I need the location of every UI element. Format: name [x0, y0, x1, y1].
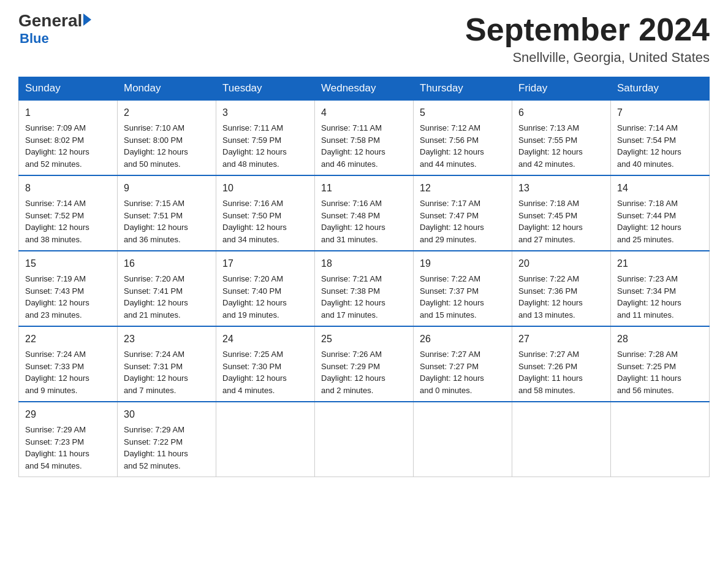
calendar-cell: 19Sunrise: 7:22 AMSunset: 7:37 PMDayligh…	[414, 251, 512, 326]
day-number: 2	[124, 105, 210, 120]
calendar-cell: 15Sunrise: 7:19 AMSunset: 7:43 PMDayligh…	[19, 251, 118, 326]
day-number: 7	[617, 105, 703, 120]
day-info: Sunrise: 7:13 AMSunset: 7:55 PMDaylight:…	[518, 122, 604, 170]
title-area: September 2024 Snellville, Georgia, Unit…	[465, 12, 710, 66]
day-info: Sunrise: 7:29 AMSunset: 7:22 PMDaylight:…	[124, 424, 210, 472]
day-info: Sunrise: 7:20 AMSunset: 7:40 PMDaylight:…	[222, 273, 308, 321]
day-number: 8	[25, 181, 111, 196]
day-number: 22	[25, 332, 111, 347]
logo-blue: Blue	[20, 31, 49, 47]
day-info: Sunrise: 7:29 AMSunset: 7:23 PMDaylight:…	[25, 424, 111, 472]
day-number: 6	[518, 105, 604, 120]
day-info: Sunrise: 7:10 AMSunset: 8:00 PMDaylight:…	[124, 122, 210, 170]
calendar-cell: 1Sunrise: 7:09 AMSunset: 8:02 PMDaylight…	[19, 100, 118, 175]
day-number: 30	[124, 407, 210, 422]
day-number: 29	[25, 407, 111, 422]
day-number: 26	[420, 332, 506, 347]
calendar-cell: 8Sunrise: 7:14 AMSunset: 7:52 PMDaylight…	[19, 175, 118, 251]
day-info: Sunrise: 7:16 AMSunset: 7:48 PMDaylight:…	[321, 197, 407, 245]
week-row: 22Sunrise: 7:24 AMSunset: 7:33 PMDayligh…	[19, 326, 710, 402]
calendar-cell: 30Sunrise: 7:29 AMSunset: 7:22 PMDayligh…	[118, 402, 216, 477]
day-info: Sunrise: 7:11 AMSunset: 7:59 PMDaylight:…	[222, 122, 308, 170]
calendar-cell: 7Sunrise: 7:14 AMSunset: 7:54 PMDaylight…	[611, 100, 710, 175]
day-info: Sunrise: 7:12 AMSunset: 7:56 PMDaylight:…	[420, 122, 506, 170]
day-number: 10	[222, 181, 308, 196]
calendar-cell	[414, 402, 512, 477]
day-info: Sunrise: 7:24 AMSunset: 7:33 PMDaylight:…	[25, 348, 111, 396]
logo-triangle-icon	[83, 13, 91, 26]
day-number: 4	[321, 105, 407, 120]
calendar-cell: 26Sunrise: 7:27 AMSunset: 7:27 PMDayligh…	[414, 326, 512, 402]
day-info: Sunrise: 7:27 AMSunset: 7:26 PMDaylight:…	[518, 348, 604, 396]
calendar-cell: 17Sunrise: 7:20 AMSunset: 7:40 PMDayligh…	[216, 251, 315, 326]
day-number: 5	[420, 105, 506, 120]
day-info: Sunrise: 7:15 AMSunset: 7:51 PMDaylight:…	[124, 197, 210, 245]
calendar-cell: 5Sunrise: 7:12 AMSunset: 7:56 PMDaylight…	[414, 100, 512, 175]
calendar-cell	[611, 402, 710, 477]
day-number: 25	[321, 332, 407, 347]
weekday-header-sunday: Sunday	[19, 77, 118, 101]
weekday-header-tuesday: Tuesday	[216, 77, 315, 101]
day-info: Sunrise: 7:25 AMSunset: 7:30 PMDaylight:…	[222, 348, 308, 396]
day-info: Sunrise: 7:19 AMSunset: 7:43 PMDaylight:…	[25, 273, 111, 321]
day-number: 20	[518, 256, 604, 271]
day-info: Sunrise: 7:27 AMSunset: 7:27 PMDaylight:…	[420, 348, 506, 396]
day-info: Sunrise: 7:14 AMSunset: 7:52 PMDaylight:…	[25, 197, 111, 245]
weekday-header-thursday: Thursday	[414, 77, 512, 101]
day-info: Sunrise: 7:18 AMSunset: 7:45 PMDaylight:…	[518, 197, 604, 245]
calendar-cell: 11Sunrise: 7:16 AMSunset: 7:48 PMDayligh…	[315, 175, 414, 251]
week-row: 8Sunrise: 7:14 AMSunset: 7:52 PMDaylight…	[19, 175, 710, 251]
week-row: 29Sunrise: 7:29 AMSunset: 7:23 PMDayligh…	[19, 402, 710, 477]
day-number: 19	[420, 256, 506, 271]
calendar-cell: 23Sunrise: 7:24 AMSunset: 7:31 PMDayligh…	[118, 326, 216, 402]
day-number: 15	[25, 256, 111, 271]
day-number: 23	[124, 332, 210, 347]
calendar-cell	[512, 402, 611, 477]
day-info: Sunrise: 7:18 AMSunset: 7:44 PMDaylight:…	[617, 197, 703, 245]
day-info: Sunrise: 7:20 AMSunset: 7:41 PMDaylight:…	[124, 273, 210, 321]
day-number: 28	[617, 332, 703, 347]
day-number: 21	[617, 256, 703, 271]
day-info: Sunrise: 7:14 AMSunset: 7:54 PMDaylight:…	[617, 122, 703, 170]
day-number: 9	[124, 181, 210, 196]
day-info: Sunrise: 7:24 AMSunset: 7:31 PMDaylight:…	[124, 348, 210, 396]
week-row: 1Sunrise: 7:09 AMSunset: 8:02 PMDaylight…	[19, 100, 710, 175]
page-header: General Blue September 2024 Snellville, …	[18, 12, 710, 66]
day-number: 14	[617, 181, 703, 196]
calendar-cell: 2Sunrise: 7:10 AMSunset: 8:00 PMDaylight…	[118, 100, 216, 175]
day-info: Sunrise: 7:21 AMSunset: 7:38 PMDaylight:…	[321, 273, 407, 321]
calendar-cell: 21Sunrise: 7:23 AMSunset: 7:34 PMDayligh…	[611, 251, 710, 326]
calendar-cell: 29Sunrise: 7:29 AMSunset: 7:23 PMDayligh…	[19, 402, 118, 477]
day-number: 13	[518, 181, 604, 196]
calendar-header-row: SundayMondayTuesdayWednesdayThursdayFrid…	[19, 77, 710, 101]
day-info: Sunrise: 7:17 AMSunset: 7:47 PMDaylight:…	[420, 197, 506, 245]
day-number: 27	[518, 332, 604, 347]
day-info: Sunrise: 7:11 AMSunset: 7:58 PMDaylight:…	[321, 122, 407, 170]
logo-general: General	[18, 12, 82, 29]
calendar-cell	[216, 402, 315, 477]
day-number: 16	[124, 256, 210, 271]
week-row: 15Sunrise: 7:19 AMSunset: 7:43 PMDayligh…	[19, 251, 710, 326]
day-info: Sunrise: 7:26 AMSunset: 7:29 PMDaylight:…	[321, 348, 407, 396]
day-number: 1	[25, 105, 111, 120]
calendar-cell: 24Sunrise: 7:25 AMSunset: 7:30 PMDayligh…	[216, 326, 315, 402]
calendar-table: SundayMondayTuesdayWednesdayThursdayFrid…	[18, 77, 710, 477]
weekday-header-saturday: Saturday	[611, 77, 710, 101]
calendar-cell: 20Sunrise: 7:22 AMSunset: 7:36 PMDayligh…	[512, 251, 611, 326]
day-info: Sunrise: 7:16 AMSunset: 7:50 PMDaylight:…	[222, 197, 308, 245]
calendar-cell: 25Sunrise: 7:26 AMSunset: 7:29 PMDayligh…	[315, 326, 414, 402]
day-number: 11	[321, 181, 407, 196]
day-info: Sunrise: 7:22 AMSunset: 7:37 PMDaylight:…	[420, 273, 506, 321]
day-number: 17	[222, 256, 308, 271]
day-number: 24	[222, 332, 308, 347]
calendar-cell: 13Sunrise: 7:18 AMSunset: 7:45 PMDayligh…	[512, 175, 611, 251]
day-number: 18	[321, 256, 407, 271]
day-info: Sunrise: 7:23 AMSunset: 7:34 PMDaylight:…	[617, 273, 703, 321]
day-number: 12	[420, 181, 506, 196]
weekday-header-friday: Friday	[512, 77, 611, 101]
calendar-cell: 14Sunrise: 7:18 AMSunset: 7:44 PMDayligh…	[611, 175, 710, 251]
calendar-cell: 18Sunrise: 7:21 AMSunset: 7:38 PMDayligh…	[315, 251, 414, 326]
logo: General Blue	[18, 12, 91, 47]
weekday-header-monday: Monday	[118, 77, 216, 101]
calendar-cell: 10Sunrise: 7:16 AMSunset: 7:50 PMDayligh…	[216, 175, 315, 251]
